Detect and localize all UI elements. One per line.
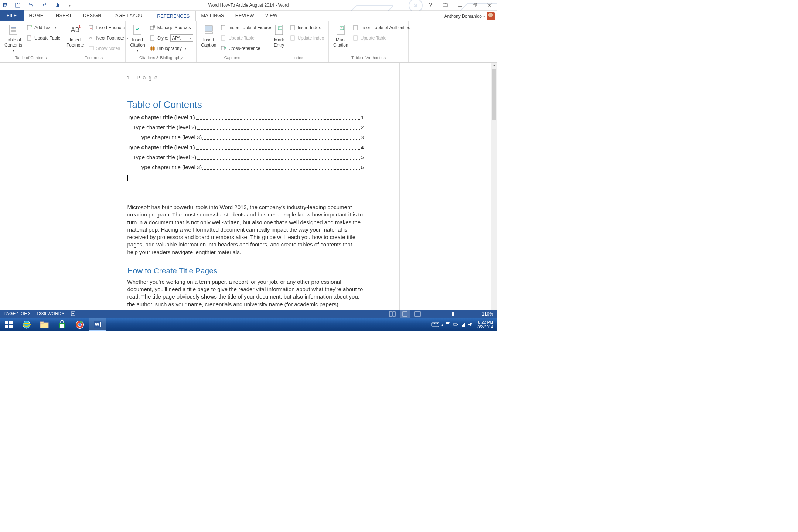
svg-rect-9: [10, 25, 17, 35]
tab-insert[interactable]: INSERT: [49, 10, 77, 21]
mark-citation-button[interactable]: + Mark Citation: [331, 23, 351, 48]
show-hidden-icons-button[interactable]: ▴: [441, 323, 443, 327]
network-icon[interactable]: [460, 322, 466, 328]
clock[interactable]: 8:22 PM 8/2/2014: [475, 320, 495, 330]
close-button[interactable]: [482, 0, 497, 10]
zoom-out-button[interactable]: ─: [425, 311, 429, 317]
vertical-scrollbar[interactable]: ▴ ▾: [491, 63, 497, 318]
cross-reference-button[interactable]: Cross-reference: [218, 43, 274, 54]
mark-citation-icon: +: [335, 23, 347, 37]
zoom-slider[interactable]: [432, 314, 468, 314]
battery-icon[interactable]: [453, 322, 458, 328]
input-indicator-icon[interactable]: [431, 322, 439, 328]
undo-button[interactable]: [24, 0, 38, 10]
ribbon: Table of Contents ▾ +Add Text !Update Ta…: [0, 21, 497, 63]
insert-table-of-figures-button[interactable]: Insert Table of Figures: [218, 23, 274, 33]
citation-style-select[interactable]: APA▾: [170, 34, 193, 42]
svg-rect-33: [221, 46, 224, 50]
insert-endnote-button[interactable]: Insert Endnote: [86, 23, 130, 33]
flag-icon[interactable]: [446, 322, 451, 328]
qat-customize-button[interactable]: ▾: [64, 0, 75, 10]
chrome-taskbar-button[interactable]: [71, 318, 89, 331]
scroll-thumb[interactable]: [492, 69, 496, 120]
tab-file[interactable]: FILE: [0, 10, 24, 21]
web-layout-button[interactable]: [413, 310, 422, 318]
update-index-icon: [290, 35, 296, 41]
insert-citation-button[interactable]: Insert Citation ▾: [128, 23, 147, 54]
tab-view[interactable]: VIEW: [260, 10, 283, 21]
svg-rect-31: [221, 25, 225, 30]
ribbon-display-button[interactable]: [438, 0, 453, 10]
collapse-ribbon-button[interactable]: ˆ: [493, 57, 495, 62]
authorities-update-table-button[interactable]: Update Table: [351, 33, 413, 43]
body-paragraph: Microsoft has built powerful tools into …: [127, 204, 364, 256]
help-button[interactable]: ?: [423, 0, 438, 10]
show-notes-icon: [88, 45, 94, 51]
group-label-citations: Citations & Bibliography: [126, 55, 196, 62]
update-table-button[interactable]: !Update Table: [24, 33, 63, 43]
restore-button[interactable]: [467, 0, 482, 10]
insert-index-button[interactable]: Insert Index: [288, 23, 326, 33]
zoom-level[interactable]: 110%: [477, 311, 493, 317]
svg-rect-37: [291, 25, 294, 30]
svg-point-77: [437, 323, 438, 324]
read-mode-button[interactable]: [388, 310, 397, 318]
update-index-button[interactable]: Update Index: [288, 33, 326, 43]
status-bar: PAGE 1 OF 3 1386 WORDS ─ + 110%: [0, 310, 497, 318]
word-count[interactable]: 1386 WORDS: [36, 311, 64, 317]
citation-style-field[interactable]: Style: APA▾: [147, 33, 195, 43]
svg-rect-32: [221, 36, 225, 40]
svg-rect-78: [454, 323, 457, 325]
touch-mode-button[interactable]: [51, 0, 64, 10]
page-count[interactable]: PAGE 1 OF 3: [4, 311, 30, 317]
minimize-button[interactable]: [453, 0, 467, 10]
mark-entry-button[interactable]: + Mark Entry: [270, 23, 288, 48]
scroll-up-button[interactable]: ▴: [491, 63, 497, 69]
store-taskbar-button[interactable]: [53, 318, 71, 331]
svg-point-75: [434, 323, 435, 324]
tab-review[interactable]: REVIEW: [230, 10, 260, 21]
macro-recording-button[interactable]: [71, 311, 76, 317]
bibliography-button[interactable]: Bibliography: [147, 43, 195, 54]
captions-update-table-button[interactable]: Update Table: [218, 33, 274, 43]
tab-mailings[interactable]: MAILINGS: [196, 10, 230, 21]
word-taskbar-button[interactable]: W: [89, 318, 106, 331]
tab-references[interactable]: REFERENCES: [151, 11, 195, 21]
toc-entry: Type chapter title (level 2)5: [127, 153, 364, 161]
document-area[interactable]: 1 | P a g e Table of Contents Type chapt…: [0, 63, 491, 318]
svg-text:AB: AB: [89, 36, 93, 40]
word-app-icon[interactable]: W: [1, 0, 11, 10]
svg-rect-61: [59, 323, 65, 328]
print-layout-button[interactable]: [400, 310, 410, 318]
tab-design[interactable]: DESIGN: [78, 10, 107, 21]
insert-footnote-button[interactable]: AB1 Insert Footnote: [64, 23, 86, 48]
table-of-contents-button[interactable]: Table of Contents ▾: [2, 23, 24, 54]
svg-point-26: [153, 25, 155, 28]
ie-taskbar-button[interactable]: [18, 318, 35, 331]
save-button[interactable]: [11, 0, 24, 10]
svg-rect-56: [9, 325, 13, 328]
taskbar: W ▴ 8:22 PM 8/2/2014: [0, 318, 497, 331]
show-notes-button[interactable]: Show Notes: [86, 43, 130, 54]
file-explorer-taskbar-button[interactable]: [35, 318, 53, 331]
clock-time: 8:22 PM: [477, 320, 493, 325]
add-text-button[interactable]: +Add Text: [24, 23, 63, 33]
insert-caption-button[interactable]: Insert Caption: [199, 23, 218, 48]
tab-home[interactable]: HOME: [24, 10, 49, 21]
manage-sources-button[interactable]: Manage Sources: [147, 23, 195, 33]
volume-icon[interactable]: [468, 322, 473, 328]
tab-page-layout[interactable]: PAGE LAYOUT: [107, 10, 151, 21]
next-footnote-button[interactable]: ABNext Footnote: [86, 33, 130, 43]
group-label-index: Index: [268, 55, 328, 62]
start-button[interactable]: [0, 318, 18, 331]
zoom-in-button[interactable]: +: [471, 311, 474, 317]
style-icon: [150, 35, 156, 41]
redo-button[interactable]: [38, 0, 51, 10]
user-account[interactable]: Anthony Domanico ▾: [444, 12, 495, 20]
svg-rect-64: [60, 326, 62, 328]
svg-point-76: [436, 323, 436, 324]
document-page[interactable]: 1 | P a g e Table of Contents Type chapt…: [92, 63, 400, 318]
insert-table-of-authorities-button[interactable]: Insert Table of Authorities: [351, 23, 413, 33]
update-table-icon: !: [27, 35, 33, 41]
svg-rect-20: [89, 25, 93, 30]
